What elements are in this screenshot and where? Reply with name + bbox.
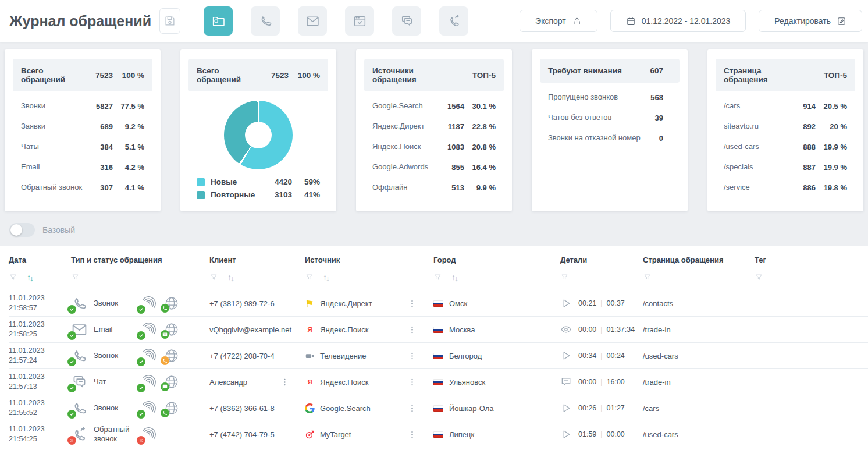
channel-filter-folder[interactable] [204, 6, 233, 36]
funnel-icon[interactable] [643, 273, 652, 282]
basic-view-toggle[interactable] [9, 223, 35, 237]
menu-dots-icon[interactable] [407, 430, 417, 440]
yandex-icon: Я [305, 325, 315, 335]
globe-icon [164, 296, 179, 311]
funnel-icon[interactable] [305, 273, 314, 282]
donut-legend: Новые442059%Повторные310341% [188, 178, 328, 199]
source-cell: ЯЯндекс.Поиск [305, 377, 433, 387]
table-row: 11.01.202321:58:57Звонок+7 (3812) 989-72… [9, 290, 868, 316]
funnel-icon[interactable] [71, 273, 80, 282]
row-date: 11.01.2023 [9, 346, 71, 356]
stat-label: /service [724, 183, 789, 193]
stat-label: Обратный звонок [21, 183, 86, 193]
column-header: Источник↑↓ [305, 256, 433, 290]
city-name: Москва [449, 325, 475, 334]
stat-pct: 77.5 % [113, 102, 144, 111]
type-label: Email [94, 325, 132, 334]
funnel-icon[interactable] [433, 273, 442, 282]
play-icon[interactable] [560, 297, 572, 309]
phone-icon [71, 348, 88, 364]
details-time-2: 00:24 [607, 352, 625, 360]
check-badge-icon [67, 331, 76, 340]
stat-label: Яндекс.Поиск [372, 142, 437, 152]
details-time-1: 00:21 [578, 299, 596, 307]
play-icon[interactable] [560, 402, 572, 414]
menu-dots-icon[interactable] [407, 325, 417, 335]
city-cell: Йошкар-Ола [433, 404, 560, 413]
column-header: Дата↑↓ [9, 256, 71, 290]
card-pct: 100 % [289, 71, 320, 80]
stat-row: Чатов без ответов39 [540, 108, 680, 128]
globe-icon [164, 374, 179, 389]
row-date: 11.01.2023 [9, 320, 71, 330]
stat-value: 887 [789, 163, 816, 172]
card-value: 607 [645, 66, 671, 75]
funnel-icon[interactable] [209, 273, 218, 282]
stat-label: /used-cars [724, 142, 789, 152]
stat-value: 892 [789, 122, 816, 131]
card-value: 7523 [86, 71, 113, 80]
play-icon[interactable] [560, 428, 572, 440]
details-time-1: 00:00 [578, 378, 596, 386]
menu-dots-icon[interactable] [407, 403, 417, 413]
stat-value: 39 [645, 114, 671, 122]
sort-icon[interactable]: ↑↓ [323, 273, 329, 281]
play-icon[interactable] [560, 350, 572, 362]
channel-filter-phone-callback[interactable] [439, 6, 468, 36]
menu-dots-icon[interactable] [407, 299, 417, 309]
card-header: Страница обращенияТОП-5 [716, 59, 855, 91]
funnel-icon[interactable] [755, 273, 763, 282]
channel-filter-buttons [204, 6, 486, 36]
column-label: Источник [305, 256, 433, 264]
table-row: 11.01.202321:57:13ЧатАлександрЯЯндекс.По… [9, 368, 868, 395]
stat-row: /specials88719.9 % [716, 157, 855, 178]
column-header: Город↑↓ [433, 256, 560, 290]
city-name: Белгород [449, 352, 482, 360]
source-cell: Яндекс.Директ [305, 299, 433, 309]
edit-button[interactable]: Редактировать [759, 10, 862, 32]
channel-filter-mail[interactable] [298, 6, 327, 36]
source-cell: ЯЯндекс.Поиск [305, 325, 433, 335]
row-date: 11.01.2023 [9, 293, 71, 304]
edit-label: Редактировать [774, 16, 831, 26]
form-icon [353, 14, 367, 29]
date-range-button[interactable]: 01.12.2022 - 12.01.2023 [610, 10, 746, 32]
sort-icon[interactable]: ↑↓ [451, 273, 457, 281]
menu-dots-icon[interactable] [280, 377, 290, 387]
funnel-icon[interactable] [560, 273, 569, 282]
stat-pct: 4.2 % [113, 163, 144, 172]
export-button[interactable]: Экспорт [520, 10, 597, 32]
summary-card: Требуют внимания607Пропущено звонков568Ч… [532, 49, 688, 211]
source-label: Яндекс.Директ [320, 299, 407, 308]
stat-value: 1187 [437, 122, 464, 131]
client-value: +7 (4742) 704-79-5 [209, 430, 275, 439]
save-report-button[interactable] [159, 8, 180, 34]
russia-flag-icon [433, 405, 443, 412]
stat-label: Чаты [21, 142, 86, 152]
stat-value: 5827 [86, 102, 113, 111]
funnel-icon[interactable] [9, 273, 17, 282]
channel-filter-phone[interactable] [251, 6, 280, 36]
sort-icon[interactable]: ↑↓ [227, 273, 233, 281]
details-time-1: 00:00 [578, 325, 596, 334]
eye-icon[interactable] [560, 324, 572, 335]
channel-filter-chat[interactable] [392, 6, 421, 36]
date-cell: 11.01.202321:57:24 [9, 346, 71, 366]
date-cell: 11.01.202321:57:13 [9, 372, 71, 392]
stat-value: 513 [437, 183, 464, 192]
stat-pct: 20.5 % [816, 102, 847, 111]
upload-icon [572, 16, 582, 26]
legend-pct: 59% [292, 178, 320, 186]
stat-value: 1083 [437, 143, 464, 151]
menu-dots-icon[interactable] [407, 351, 417, 361]
summary-card: Источники обращенияТОП-5Google.Search156… [356, 49, 512, 211]
type-status-cell: Email [71, 321, 209, 338]
chat-screen-icon[interactable] [560, 376, 572, 388]
row-time: 21:55:52 [9, 408, 71, 419]
summary-card: Всего обращений7523100 %Звонки582777.5 %… [5, 49, 161, 211]
stat-label: Email [21, 162, 86, 172]
stat-row: Оффлайн5139.9 % [364, 178, 504, 198]
sort-icon[interactable]: ↑↓ [27, 273, 33, 281]
menu-dots-icon[interactable] [407, 377, 417, 387]
channel-filter-form[interactable] [345, 6, 374, 36]
